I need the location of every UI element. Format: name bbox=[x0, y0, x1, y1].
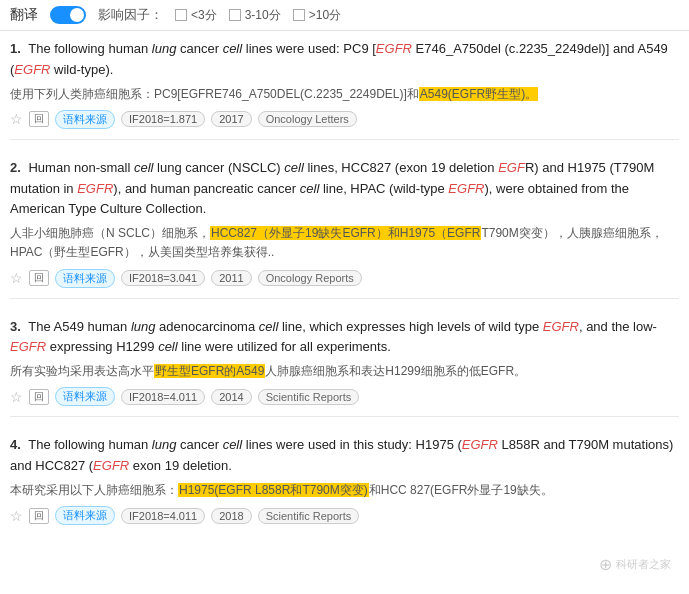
r3-e8: EGFR bbox=[10, 339, 46, 354]
filter-gt10-label: >10分 bbox=[309, 7, 341, 24]
filter-label: 影响因子： bbox=[98, 6, 163, 24]
watermark-text: 科研者之家 bbox=[616, 557, 671, 572]
result-3-if-tag: IF2018=4.011 bbox=[121, 389, 205, 405]
filter-lt3-label: <3分 bbox=[191, 7, 217, 24]
r2-e11: line, HPAC (wild-type bbox=[319, 181, 448, 196]
result-4-if-tag: IF2018=4.011 bbox=[121, 508, 205, 524]
r3-c1: 所有实验均采用表达高水平 bbox=[10, 364, 154, 378]
r3-e4: cell bbox=[259, 319, 279, 334]
r4-e2: lung bbox=[152, 437, 177, 452]
result-3-year-tag: 2014 bbox=[211, 389, 251, 405]
r1-e4: cell bbox=[223, 41, 243, 56]
r1-e3: cancer bbox=[176, 41, 222, 56]
result-3-cite[interactable]: 回 bbox=[29, 389, 49, 405]
filter-lt3-checkbox[interactable] bbox=[175, 9, 187, 21]
result-4-source-tag[interactable]: 语料来源 bbox=[55, 506, 115, 525]
r2-e8: EGFR bbox=[77, 181, 113, 196]
result-1-year-tag: 2017 bbox=[211, 111, 251, 127]
r3-e3: adenocarcinoma bbox=[155, 319, 258, 334]
result-3-en: 3. The A549 human lung adenocarcinoma ce… bbox=[10, 317, 679, 359]
filter-lt3[interactable]: <3分 bbox=[175, 7, 217, 24]
result-1-if-tag: IF2018=1.871 bbox=[121, 111, 205, 127]
result-1-en: 1. The following human lung cancer cell … bbox=[10, 39, 679, 81]
result-2-source-tag[interactable]: 语料来源 bbox=[55, 269, 115, 288]
translate-toggle[interactable] bbox=[50, 6, 86, 24]
result-4-cite[interactable]: 回 bbox=[29, 508, 49, 524]
result-3-number: 3. bbox=[10, 319, 21, 334]
r4-c2-highlight: H1975(EGFR L858R和T790M突变) bbox=[178, 483, 369, 497]
r1-e5: lines were used: PC9 [ bbox=[242, 41, 376, 56]
result-1-cn: 使用下列人类肺癌细胞系：PC9[EGFRE746_A750DEL(C.2235_… bbox=[10, 85, 679, 104]
r4-c3: 和HCC 827(EGFR外显子19缺失。 bbox=[369, 483, 553, 497]
watermark: ⊕ 科研者之家 bbox=[599, 555, 671, 574]
result-1-cite[interactable]: 回 bbox=[29, 111, 49, 127]
result-1-source-tag[interactable]: 语料来源 bbox=[55, 110, 115, 129]
filter-3to10-checkbox[interactable] bbox=[229, 9, 241, 21]
result-1-star[interactable]: ☆ bbox=[10, 111, 23, 127]
result-2-meta: ☆ 回 语料来源 IF2018=3.041 2011 Oncology Repo… bbox=[10, 269, 679, 288]
r1-e2: lung bbox=[152, 41, 177, 56]
result-2-year-tag: 2011 bbox=[211, 270, 251, 286]
r3-e9: expressing H1299 bbox=[46, 339, 158, 354]
toggle-knob bbox=[70, 8, 84, 22]
result-1-number: 1. bbox=[10, 41, 21, 56]
result-4-star[interactable]: ☆ bbox=[10, 508, 23, 524]
result-item-3: 3. The A549 human lung adenocarcinoma ce… bbox=[10, 317, 679, 418]
r1-c1: 使用下列人类肺癌细胞系：PC9[EGFRE746_A750DEL(C.2235_… bbox=[10, 87, 419, 101]
r4-e3: cancer bbox=[176, 437, 222, 452]
result-2-cite[interactable]: 回 bbox=[29, 270, 49, 286]
r1-e1: The following human bbox=[28, 41, 152, 56]
translate-label: 翻译 bbox=[10, 6, 38, 24]
r2-e2: cell bbox=[134, 160, 154, 175]
result-2-journal-tag: Oncology Reports bbox=[258, 270, 362, 286]
r4-e5: lines were used in this study: H1975 ( bbox=[242, 437, 462, 452]
filter-gt10-checkbox[interactable] bbox=[293, 9, 305, 21]
r4-e9: exon 19 deletion. bbox=[129, 458, 232, 473]
result-3-star[interactable]: ☆ bbox=[10, 389, 23, 405]
result-item-1: 1. The following human lung cancer cell … bbox=[10, 39, 679, 140]
r2-e4: cell bbox=[284, 160, 304, 175]
r4-e4: cell bbox=[223, 437, 243, 452]
result-4-year-tag: 2018 bbox=[211, 508, 251, 524]
result-item-2: 2. Human non-small cell lung cancer (NSC… bbox=[10, 158, 679, 299]
r2-e9: ), and human pancreatic cancer bbox=[113, 181, 299, 196]
result-3-journal-tag: Scientific Reports bbox=[258, 389, 360, 405]
result-2-en: 2. Human non-small cell lung cancer (NSC… bbox=[10, 158, 679, 220]
result-1-journal-tag: Oncology Letters bbox=[258, 111, 357, 127]
top-bar: 翻译 影响因子： <3分 3-10分 >10分 bbox=[0, 0, 689, 31]
r1-c2-highlight: A549(EGFR野生型)。 bbox=[419, 87, 538, 101]
r3-e11: line were utilized for all experiments. bbox=[178, 339, 391, 354]
r3-e2: lung bbox=[131, 319, 156, 334]
r2-e12: EGFR bbox=[448, 181, 484, 196]
r3-e5: line, which expresses high levels of wil… bbox=[278, 319, 542, 334]
r1-e6: EGFR bbox=[376, 41, 412, 56]
r2-e5: lines, HCC827 (exon 19 deletion bbox=[304, 160, 498, 175]
results-list: 1. The following human lung cancer cell … bbox=[0, 31, 689, 563]
r3-c2-highlight: 野生型EGFR的A549 bbox=[154, 364, 265, 378]
result-2-star[interactable]: ☆ bbox=[10, 270, 23, 286]
r3-c3: 人肺腺癌细胞系和表达H1299细胞系的低EGFR。 bbox=[265, 364, 526, 378]
r4-e8: EGFR bbox=[93, 458, 129, 473]
r3-e7: , and the low- bbox=[579, 319, 657, 334]
filter-3to10[interactable]: 3-10分 bbox=[229, 7, 281, 24]
result-3-source-tag[interactable]: 语料来源 bbox=[55, 387, 115, 406]
result-4-journal-tag: Scientific Reports bbox=[258, 508, 360, 524]
result-item-4: 4. The following human lung cancer cell … bbox=[10, 435, 679, 535]
r4-e1: The following human bbox=[28, 437, 152, 452]
r2-c1: 人非小细胞肺癌（N SCLC）细胞系， bbox=[10, 226, 210, 240]
r2-e1: Human non-small bbox=[28, 160, 134, 175]
result-4-en: 4. The following human lung cancer cell … bbox=[10, 435, 679, 477]
r3-e6: EGFR bbox=[543, 319, 579, 334]
filter-gt10[interactable]: >10分 bbox=[293, 7, 341, 24]
watermark-icon: ⊕ bbox=[599, 555, 612, 574]
result-3-cn: 所有实验均采用表达高水平野生型EGFR的A549人肺腺癌细胞系和表达H1299细… bbox=[10, 362, 679, 381]
result-3-meta: ☆ 回 语料来源 IF2018=4.011 2014 Scientific Re… bbox=[10, 387, 679, 406]
r2-e10: cell bbox=[300, 181, 320, 196]
r1-e9: wild-type). bbox=[50, 62, 113, 77]
filter-3to10-label: 3-10分 bbox=[245, 7, 281, 24]
r2-e6: EGF bbox=[498, 160, 525, 175]
result-4-cn: 本研究采用以下人肺癌细胞系：H1975(EGFR L858R和T790M突变)和… bbox=[10, 481, 679, 500]
result-2-cn: 人非小细胞肺癌（N SCLC）细胞系，HCC827（外显子19缺失EGFR）和H… bbox=[10, 224, 679, 262]
result-4-number: 4. bbox=[10, 437, 21, 452]
r1-e8: EGFR bbox=[14, 62, 50, 77]
